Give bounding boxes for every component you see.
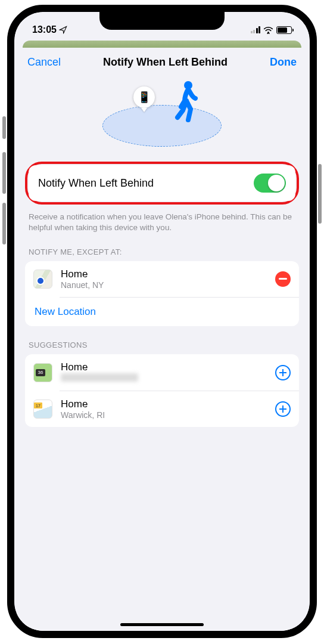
notify-toggle-label: Notify When Left Behind	[38, 177, 154, 190]
exception-title: Home	[61, 268, 267, 280]
battery-icon	[276, 26, 292, 34]
modal-sheet: Cancel Notify When Left Behind Done 📱	[17, 48, 307, 631]
cancel-button[interactable]: Cancel	[27, 56, 61, 69]
cellular-signal-icon	[251, 26, 261, 33]
zone-ellipse-icon	[102, 105, 222, 147]
highlight-annotation: Notify When Left Behind	[25, 162, 299, 205]
exception-row[interactable]: Home Nanuet, NY	[25, 261, 299, 297]
svg-point-0	[267, 31, 269, 33]
volume-up-button[interactable]	[2, 152, 6, 194]
except-at-header: NOTIFY ME, EXCEPT AT:	[25, 233, 299, 261]
exceptions-list: Home Nanuet, NY New Location	[25, 261, 299, 326]
suggestions-list: 36 Home 17 Home	[25, 354, 299, 427]
toggle-knob	[268, 175, 285, 191]
phone-frame: 13:05 Cancel Notify When Left Behind Don…	[7, 5, 317, 638]
background-sheet-peek	[23, 41, 301, 48]
home-indicator[interactable]	[120, 623, 204, 626]
volume-down-button[interactable]	[2, 203, 6, 244]
suggestions-header: SUGGESTIONS	[25, 326, 299, 354]
toggle-description: Receive a notification when you leave Ol…	[25, 207, 299, 233]
suggestion-row[interactable]: 17 Home Warwick, RI	[25, 391, 299, 427]
remove-exception-button[interactable]	[275, 271, 291, 287]
map-thumbnail-icon: 36	[33, 363, 52, 382]
suggestion-subtitle-redacted	[61, 373, 138, 382]
location-arrow-icon	[59, 26, 67, 34]
suggestion-title: Home	[61, 398, 267, 410]
exception-subtitle: Nanuet, NY	[61, 280, 267, 290]
nav-bar: Cancel Notify When Left Behind Done	[17, 48, 307, 73]
map-thumbnail-icon: 17	[33, 400, 52, 419]
notch	[99, 12, 225, 30]
status-time: 13:05	[32, 24, 57, 35]
hero-illustration: 📱	[17, 73, 307, 157]
new-location-button[interactable]: New Location	[25, 298, 299, 326]
add-suggestion-button[interactable]	[275, 365, 291, 380]
silent-switch[interactable]	[2, 116, 6, 139]
suggestion-row[interactable]: 36 Home	[25, 354, 299, 391]
power-button[interactable]	[318, 164, 322, 224]
map-thumbnail-icon	[33, 270, 52, 289]
notify-toggle[interactable]	[254, 174, 286, 193]
page-title: Notify When Left Behind	[103, 56, 228, 69]
suggestion-subtitle: Warwick, RI	[61, 410, 267, 420]
add-suggestion-button[interactable]	[275, 401, 291, 417]
suggestion-title: Home	[61, 361, 267, 373]
done-button[interactable]: Done	[270, 56, 297, 69]
wifi-icon	[263, 26, 273, 34]
screen: 13:05 Cancel Notify When Left Behind Don…	[14, 12, 310, 631]
device-pin-icon: 📱	[133, 86, 155, 112]
walking-person-icon	[173, 80, 202, 123]
notify-toggle-row: Notify When Left Behind	[29, 165, 295, 201]
